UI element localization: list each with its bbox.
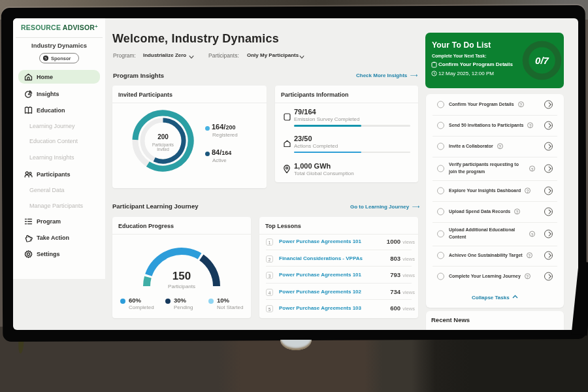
svg-text:0/7: 0/7 <box>535 55 549 66</box>
svg-text:200: 200 <box>157 133 169 140</box>
svg-text:Invited: Invited <box>157 147 169 152</box>
